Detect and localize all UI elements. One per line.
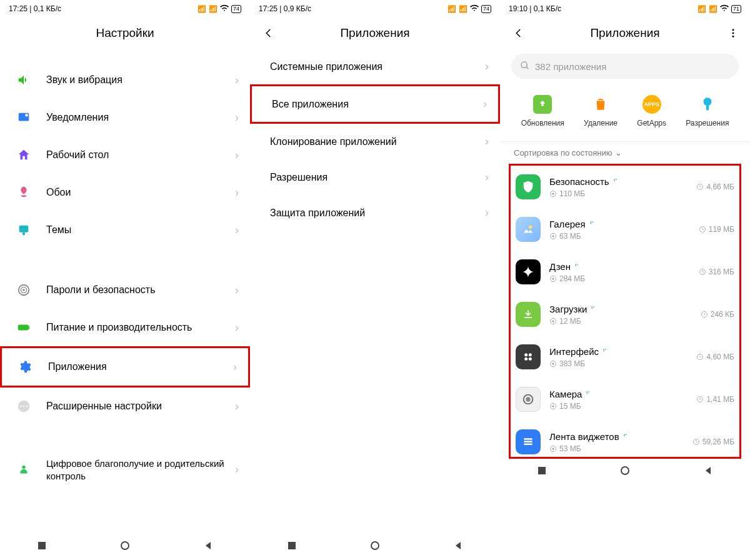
- row-security[interactable]: Пароли и безопасность ›: [0, 271, 250, 309]
- app-storage: 284 МБ: [559, 274, 585, 283]
- nav-recent-icon[interactable]: [537, 466, 547, 478]
- nav-home-icon[interactable]: [620, 466, 630, 478]
- signal-icon: 📶: [448, 5, 456, 13]
- app-row-downloads[interactable]: Загрузки⠋ 12 МБ 246 КБ: [513, 293, 737, 336]
- row-label: Клонирование приложений: [270, 136, 485, 148]
- app-data: 59,26 МБ: [702, 438, 734, 446]
- svg-point-20: [732, 36, 734, 38]
- row-app-protection[interactable]: Защита приложений ›: [250, 195, 500, 231]
- apps-menu-list: Системные приложения › Все приложения › …: [250, 49, 500, 534]
- search-input[interactable]: 382 приложения: [511, 54, 739, 79]
- app-row-interface[interactable]: Интерфейс⠋ 383 МБ 4,60 МБ: [513, 336, 737, 378]
- chevron-right-icon: ›: [235, 186, 239, 199]
- nav-recent-icon[interactable]: [287, 541, 297, 553]
- row-advanced[interactable]: Расширенные настройки ›: [0, 388, 250, 425]
- status-speed: 0,1 КБ/с: [34, 4, 61, 13]
- svg-point-40: [529, 358, 532, 361]
- svg-point-17: [371, 542, 379, 549]
- nav-back-icon[interactable]: [203, 541, 213, 553]
- app-storage: 63 МБ: [559, 232, 581, 241]
- svg-point-53: [552, 448, 554, 449]
- row-system-apps[interactable]: Системные приложения ›: [250, 49, 500, 84]
- nav-bar: [250, 534, 500, 560]
- svg-rect-16: [288, 542, 296, 549]
- chevron-right-icon: ›: [233, 361, 237, 374]
- row-sound[interactable]: Звук и вибрация ›: [0, 61, 250, 99]
- more-button[interactable]: [724, 26, 739, 41]
- search-placeholder: 382 приложения: [535, 61, 606, 72]
- row-label: Приложения: [48, 361, 233, 372]
- row-power[interactable]: Питание и производительность ›: [0, 309, 250, 346]
- wifi-icon: [470, 4, 479, 14]
- row-clone-apps[interactable]: Клонирование приложений ›: [250, 124, 500, 159]
- row-permissions[interactable]: Разрешения ›: [250, 159, 500, 195]
- svg-point-6: [22, 289, 25, 291]
- loading-icon: ⠋: [623, 433, 627, 440]
- status-speed: 0,1 КБ/с: [534, 4, 561, 13]
- app-row-widgets[interactable]: Лента виджетов⠋ 53 МБ 59,26 МБ: [513, 421, 737, 457]
- app-name: Дзен: [549, 261, 571, 272]
- svg-point-18: [732, 29, 734, 31]
- page-title: Приложения: [276, 26, 474, 40]
- app-row-security[interactable]: Безопасность⠋ 110 МБ 4,66 МБ: [513, 166, 737, 208]
- back-button[interactable]: [261, 26, 276, 41]
- app-storage: 15 МБ: [559, 402, 581, 411]
- nav-back-icon[interactable]: [703, 466, 713, 478]
- app-row-dzen[interactable]: Дзен⠋ 284 МБ 316 МБ: [513, 251, 737, 293]
- nav-back-icon[interactable]: [453, 541, 463, 553]
- row-apps[interactable]: Приложения ›: [0, 346, 250, 388]
- app-name: Камера: [549, 389, 582, 399]
- nav-home-icon[interactable]: [370, 541, 380, 553]
- row-notifications[interactable]: Уведомления ›: [0, 99, 250, 136]
- nav-home-icon[interactable]: [120, 541, 130, 553]
- row-all-apps[interactable]: Все приложения ›: [250, 84, 500, 124]
- svg-point-56: [621, 467, 629, 474]
- app-row-gallery[interactable]: Галерея⠋ 63 МБ 119 МБ: [513, 208, 737, 251]
- loading-icon: ⠋: [613, 178, 617, 185]
- row-label: Расширенные настройки: [46, 401, 235, 412]
- action-uninstall[interactable]: Удаление: [584, 95, 618, 128]
- action-updates[interactable]: Обновления: [521, 95, 564, 128]
- app-row-camera[interactable]: Камера⠋ 15 МБ 1,41 МБ: [513, 378, 737, 421]
- svg-point-29: [552, 235, 554, 237]
- app-storage: 12 МБ: [559, 317, 581, 326]
- status-right: 📶 📶 71: [698, 4, 741, 14]
- svg-rect-3: [22, 232, 25, 236]
- header: Настройки: [0, 18, 250, 49]
- nav-bar: [500, 459, 750, 485]
- chevron-right-icon: ›: [235, 321, 239, 334]
- wifi-icon: [220, 4, 229, 14]
- chevron-right-icon: ›: [235, 224, 239, 237]
- sort-dropdown[interactable]: Сортировка по состоянию ⌄: [500, 146, 750, 164]
- row-label: Темы: [46, 224, 235, 236]
- svg-rect-50: [524, 441, 532, 442]
- row-label: Цифровое благополучие и родительский кон…: [46, 458, 235, 482]
- chevron-right-icon: ›: [235, 74, 239, 87]
- svg-point-1: [25, 114, 28, 117]
- app-data: 4,66 МБ: [706, 182, 734, 191]
- chevron-right-icon: ›: [235, 400, 239, 413]
- chevron-right-icon: ›: [235, 284, 239, 297]
- app-list: Безопасность⠋ 110 МБ 4,66 МБ Галерея⠋ 63…: [511, 166, 739, 457]
- action-permissions[interactable]: Разрешения: [686, 95, 729, 128]
- status-time: 19:10: [509, 4, 528, 13]
- action-getapps[interactable]: APPS GetApps: [637, 95, 666, 128]
- svg-point-10: [20, 406, 22, 408]
- action-row: Обновления Удаление APPS GetApps Разреше…: [500, 84, 750, 142]
- svg-rect-51: [524, 444, 532, 446]
- status-right: 📶 📶 74: [198, 4, 241, 14]
- svg-rect-7: [18, 324, 29, 330]
- signal-icon: 📶: [459, 5, 468, 13]
- search-icon: [520, 61, 530, 72]
- row-desktop[interactable]: Рабочий стол ›: [0, 136, 250, 174]
- app-data: 246 КБ: [711, 310, 734, 319]
- nav-bar: [0, 534, 250, 560]
- chevron-right-icon: ›: [235, 111, 239, 124]
- row-wellbeing[interactable]: Цифровое благополучие и родительский кон…: [0, 448, 250, 492]
- back-button[interactable]: [511, 26, 526, 41]
- svg-rect-23: [706, 105, 709, 111]
- row-wallpaper[interactable]: Обои ›: [0, 174, 250, 211]
- nav-recent-icon[interactable]: [37, 541, 47, 553]
- svg-point-25: [552, 192, 554, 194]
- row-themes[interactable]: Темы ›: [0, 211, 250, 249]
